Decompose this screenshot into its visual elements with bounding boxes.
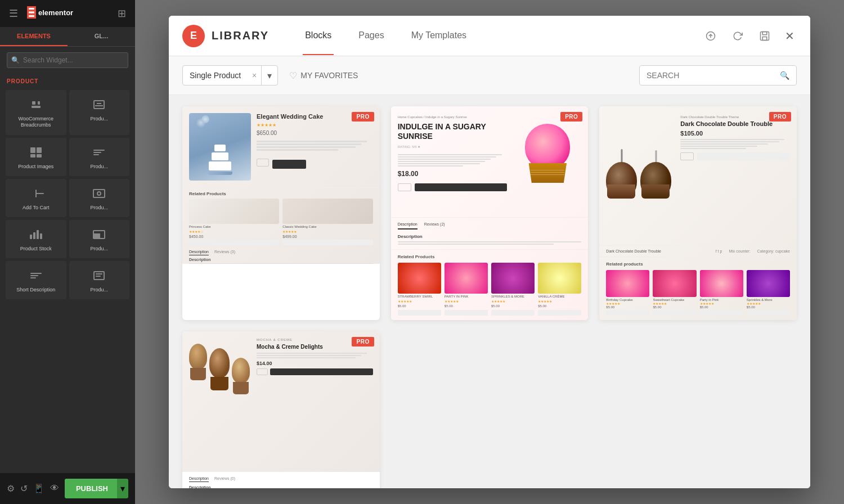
mobile-icon[interactable]: 📱 [33, 483, 44, 494]
publish-dropdown[interactable]: ▾ [117, 479, 128, 498]
choc-rel-3: Party in Pink ★★★★★ $5.00 [700, 270, 743, 316]
save-icon[interactable] [756, 27, 774, 45]
template-pink-cupcake[interactable]: PRO Home Cupcakes / Indulge in a Sugary … [391, 106, 589, 320]
rel-name-2: Classic Wedding Cake [282, 225, 372, 228]
widget-prod5-label: Produ... [90, 287, 108, 292]
widget-product-images-label: Product Images [18, 164, 53, 169]
filter-clear-button[interactable]: × [248, 66, 262, 85]
mocha-cup3-base [233, 382, 249, 394]
rel-stars-1: ★★★★☆ [189, 230, 279, 233]
refresh-icon[interactable] [729, 27, 747, 45]
eye-icon[interactable]: 👁 [50, 483, 59, 494]
search-icon: 🔍 [11, 56, 20, 64]
widget-woo-breadcrumbs[interactable]: WooCommerce Breadcrumbs [6, 90, 66, 135]
pink-tabs-area: Description Reviews (2) [391, 217, 589, 234]
prod1-icon [91, 97, 107, 112]
library-modal: E LIBRARY Blocks Pages My Templates [169, 16, 810, 488]
publish-button[interactable]: PUBLISH [65, 479, 119, 498]
mocha-hero: Mocha & Creme Mocha & Creme Delights [182, 331, 380, 404]
mocha-desc-tab: Description [189, 476, 209, 482]
tab-my-templates[interactable]: My Templates [409, 17, 469, 55]
mocha-cupcakes-row [189, 338, 251, 400]
choc-cup1 [606, 154, 637, 199]
rel1-details: STRAWBERRY SWIRL ★★★★★ $5.00 [398, 295, 441, 316]
wedding-related-title: Related Products [189, 191, 373, 196]
rel2-name: PARTY IN PINK [445, 295, 488, 298]
pink-preview-area: Home Cupcakes / Indulge in a Sugary Sunr… [391, 106, 589, 320]
search-input[interactable] [640, 71, 773, 80]
templates-grid: PRO [182, 106, 797, 488]
modal-overlay: E LIBRARY Blocks Pages My Templates [135, 0, 844, 504]
widget-short-description[interactable]: Short Description [6, 261, 66, 299]
settings-icon[interactable]: ⚙ [7, 483, 15, 494]
global-tab[interactable]: GL... [68, 27, 135, 46]
widget-product-images[interactable]: Product Images [6, 138, 66, 176]
party-pink-img [445, 263, 488, 294]
publish-group: PUBLISH ▾ [65, 479, 128, 498]
mocha-desc-title: Description [189, 485, 373, 488]
rel2-btn [445, 310, 488, 316]
birthday-btn [606, 310, 649, 316]
modal-content: PRO [169, 95, 810, 488]
pro-badge-mocha: PRO [352, 337, 374, 346]
search-wrap: 🔍 [7, 52, 128, 68]
spoon2 [655, 150, 657, 163]
tab-blocks[interactable]: Blocks [303, 17, 334, 55]
pink-desc-text [398, 241, 582, 245]
elements-tab[interactable]: ELEMENTS [0, 27, 68, 46]
choc-cupcakes [606, 115, 671, 236]
upload-icon[interactable] [702, 27, 720, 45]
add-to-cart-icon [28, 186, 44, 201]
add-cart-btn [272, 160, 306, 169]
pink-qty [398, 183, 411, 191]
choc-cup2-base [641, 184, 670, 199]
tab-pages[interactable]: Pages [356, 17, 386, 55]
widget-prod-5[interactable]: Produ... [69, 261, 130, 299]
choc-rel-1: Birthday Cupcake ★★★★★ $5.00 [606, 270, 649, 316]
mocha-add-row [257, 368, 373, 375]
birthday-stars: ★★★★★ [606, 302, 649, 305]
choc-rel-4: Sprinkles & More ★★★★★ $5.00 [747, 270, 790, 316]
close-icon[interactable]: ✕ [783, 27, 797, 45]
mocha-cup2-base [210, 377, 228, 390]
filter-arrow-icon[interactable]: ▾ [262, 66, 277, 85]
mocha-cup2 [209, 348, 230, 390]
template-wedding-cake[interactable]: PRO [182, 106, 380, 320]
choc-cup2 [640, 154, 671, 199]
mocha-qty [257, 368, 268, 375]
sweetheart-btn [653, 310, 696, 316]
filter-dropdown[interactable]: Single Product × ▾ [182, 65, 278, 86]
choc-cart-btn [697, 152, 790, 160]
rel4-details: VANILLA CRÈME ★★★★★ $5.00 [538, 295, 581, 316]
pink-desc-title: Description [398, 234, 582, 239]
hamburger-icon[interactable]: ☰ [9, 7, 18, 20]
rel3-btn [491, 310, 535, 316]
cupcake-visual [519, 121, 576, 183]
widget-product-stock[interactable]: Product Stock [6, 220, 66, 258]
product-stock-icon [28, 227, 44, 242]
widget-prod1-label: Produ... [90, 116, 108, 122]
rel4-stars: ★★★★★ [538, 299, 581, 303]
wedding-related: Related Products Princess Cake ★★★★☆ $45… [182, 187, 380, 264]
favorites-button[interactable]: ♡ MY FAVORITES [289, 70, 358, 81]
history-icon[interactable]: ↺ [20, 483, 28, 494]
wedding-cart-row [257, 156, 373, 169]
widget-prod-3[interactable]: Produ... [69, 179, 130, 217]
template-mocha[interactable]: PRO [182, 331, 380, 488]
rel4-name: VANILLA CRÈME [538, 295, 581, 298]
widget-prod-1[interactable]: Produ... [69, 90, 130, 135]
pink-desc-section: Description [391, 234, 589, 249]
grid-icon[interactable]: ⊞ [118, 7, 126, 20]
template-chocolate[interactable]: PRO [599, 106, 797, 320]
mocha-price: $14.00 [257, 361, 373, 366]
widget-prod-4[interactable]: Produ... [69, 220, 130, 258]
rel-price-1: $450.00 [189, 235, 279, 238]
svg-rect-1 [29, 8, 34, 10]
choc-preview-area: Dark Chocolate Double Trouble Theme Dark… [599, 106, 797, 320]
search-widget-input[interactable] [7, 52, 128, 68]
widget-woo-breadcrumbs-label: WooCommerce Breadcrumbs [10, 116, 62, 128]
widget-prod-2[interactable]: Produ... [69, 138, 130, 176]
svg-text:elementor: elementor [38, 8, 73, 17]
widget-add-to-cart[interactable]: Add To Cart [6, 179, 66, 217]
wedding-rel-2: Classic Wedding Cake ★★★★★ $499.00 [282, 199, 372, 245]
